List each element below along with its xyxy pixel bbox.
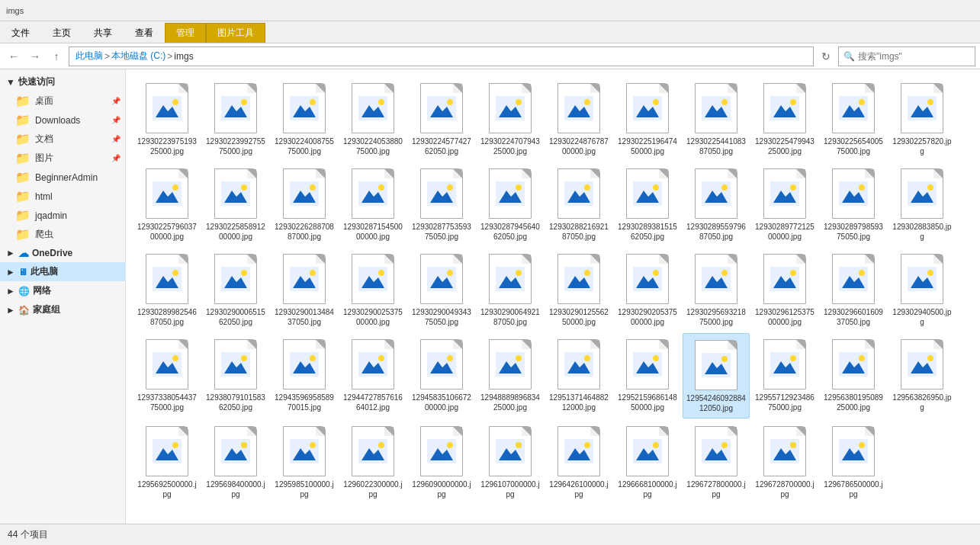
sidebar-item-pictures-label: 图片	[35, 152, 53, 165]
list-item[interactable]: 1293022457742762050.jpg	[408, 77, 475, 161]
refresh-button[interactable]: ↻	[817, 47, 835, 66]
list-item[interactable]: 1293022579603700000.jpg	[133, 162, 201, 246]
address-path[interactable]: 此电脑 > 本地磁盘 (C:) > imgs	[69, 46, 814, 66]
sidebar-item-jqadmin[interactable]: 📁 jqadmin	[0, 206, 125, 225]
list-item[interactable]: 1293028775359375050.jpg	[408, 162, 475, 246]
list-item[interactable]: 1296727800000.jpg	[683, 420, 750, 504]
list-item[interactable]: 1294359695858970015.jpg	[271, 333, 338, 418]
list-item[interactable]: 129563826950.jpg	[888, 333, 956, 418]
forward-button[interactable]: →	[26, 47, 44, 66]
up-button[interactable]: ↑	[47, 47, 66, 66]
tab-file[interactable]: 文件	[0, 23, 41, 43]
file-img-icon	[632, 93, 663, 123]
list-item[interactable]: 1295424609288412050.jpg	[683, 333, 750, 418]
tab-tools[interactable]: 图片工具	[206, 23, 265, 43]
list-item[interactable]: 1293028715450000000.jpg	[339, 162, 406, 246]
list-item[interactable]: 1296728700000.jpg	[751, 420, 818, 504]
list-item[interactable]: 1293022400875575000.jpg	[271, 77, 338, 161]
list-item[interactable]: 1293029660160937050.jpg	[820, 248, 887, 332]
list-item[interactable]: 1296107000000.jpg	[477, 420, 544, 504]
file-img-icon	[289, 178, 320, 209]
sidebar-item-crawler-label: 爬虫	[35, 228, 53, 241]
sidebar-item-downloads[interactable]: 📁 Downloads 📌	[0, 111, 125, 130]
sidebar-thispc-header[interactable]: ► 🖥 此电脑	[0, 262, 125, 281]
tab-manage[interactable]: 管理	[165, 23, 206, 43]
list-item[interactable]: 1293022487678700000.jpg	[545, 77, 612, 161]
list-item[interactable]: 1295985100000.jpg	[271, 420, 338, 504]
list-item[interactable]: 1294888989683425000.jpg	[477, 333, 544, 418]
file-icon-container	[623, 252, 672, 306]
breadcrumb-thispc[interactable]: 此电脑	[76, 50, 103, 63]
list-item[interactable]: 1294583510667200000.jpg	[408, 333, 475, 418]
sidebar-network-header[interactable]: ► 🌐 网络	[0, 281, 125, 300]
list-item[interactable]: 1293022628870887000.jpg	[271, 162, 338, 246]
file-page	[489, 83, 532, 133]
sidebar-item-html[interactable]: 📁 html	[0, 187, 125, 206]
sidebar-item-documents[interactable]: 📁 文档 📌	[0, 130, 125, 149]
mountain-icon	[839, 96, 868, 120]
file-name: 1293028794564062050.jpg	[480, 222, 541, 242]
list-item[interactable]: 1295137146488212000.jpg	[545, 333, 612, 418]
list-item[interactable]: 1294472785761664012.jpg	[339, 333, 406, 418]
list-item[interactable]: 1296786500000.jpg	[820, 420, 887, 504]
file-img-icon	[564, 436, 594, 466]
list-item[interactable]: 1293028821692187050.jpg	[545, 162, 612, 246]
list-item[interactable]: 1293807910158362050.jpg	[202, 333, 269, 418]
sidebar-item-beginneradmin[interactable]: 📁 BeginnerAdmin	[0, 168, 125, 187]
list-item[interactable]: 1295571292348675000.jpg	[751, 333, 818, 418]
list-item[interactable]: 1295638019508925000.jpg	[820, 333, 887, 418]
list-item[interactable]: 1293022565400575000.jpg	[820, 77, 887, 161]
back-button[interactable]: ←	[5, 47, 23, 66]
tab-view[interactable]: 查看	[124, 23, 165, 43]
list-item[interactable]: 129302883850.jpg	[888, 162, 956, 246]
list-item[interactable]: 1293022547994325000.jpg	[751, 77, 818, 161]
list-item[interactable]: 1293028955979687050.jpg	[683, 162, 750, 246]
list-item[interactable]: 1293029020537500000.jpg	[614, 248, 681, 332]
list-item[interactable]: 1293022405388075000.jpg	[339, 77, 406, 161]
list-item[interactable]: 1295692500000.jpg	[133, 420, 201, 504]
list-item[interactable]: 1293028977212500000.jpg	[751, 162, 818, 246]
list-item[interactable]: 1293029001348437050.jpg	[271, 248, 338, 332]
sidebar-quickaccess-header[interactable]: ▼ 快速访问	[0, 72, 125, 91]
list-item[interactable]: 1293022585891200000.jpg	[202, 162, 269, 246]
list-item[interactable]: 1293029004934375050.jpg	[408, 248, 475, 332]
list-item[interactable]: 1293029000651562050.jpg	[202, 248, 269, 332]
tab-share[interactable]: 共享	[82, 23, 124, 43]
sidebar-item-pictures[interactable]: 📁 图片 📌	[0, 149, 125, 168]
list-item[interactable]: 1293029012556250000.jpg	[545, 248, 612, 332]
sidebar-item-crawler[interactable]: 📁 爬虫	[0, 225, 125, 244]
list-item[interactable]: 1296022300000.jpg	[339, 420, 406, 504]
list-item[interactable]: 1293022544108387050.jpg	[683, 77, 750, 161]
list-item[interactable]: 1293028938151562050.jpg	[614, 162, 681, 246]
list-item[interactable]: 1296426100000.jpg	[545, 420, 612, 504]
list-item[interactable]: 1293029612537500000.jpg	[751, 248, 818, 332]
file-page	[626, 168, 669, 219]
list-item[interactable]: 1293022397519325000.jpg	[133, 77, 201, 161]
list-item[interactable]: 1293733805443775000.jpg	[133, 333, 201, 418]
sidebar-homegroup-header[interactable]: ► 🏠 家庭组	[0, 300, 125, 319]
list-item[interactable]: 1295698400000.jpg	[202, 420, 269, 504]
list-item[interactable]: 1293028979859375050.jpg	[820, 162, 887, 246]
list-item[interactable]: 1293028794564062050.jpg	[477, 162, 544, 246]
search-input[interactable]	[858, 51, 965, 62]
list-item[interactable]: 129302257820.jpg	[888, 77, 956, 161]
list-item[interactable]: 1295215968614850000.jpg	[614, 333, 681, 418]
search-box[interactable]: 🔍	[838, 46, 975, 66]
list-item[interactable]: 1293022519647450000.jpg	[614, 77, 681, 161]
file-icon-container	[143, 167, 191, 220]
mountain-icon	[564, 267, 593, 291]
sidebar-onedrive-header[interactable]: ► ☁ OneDrive	[0, 244, 125, 262]
svg-point-98	[721, 270, 728, 276]
list-item[interactable]: 1293022470794325000.jpg	[477, 77, 544, 161]
tab-home[interactable]: 主页	[41, 23, 82, 43]
sidebar-item-desktop[interactable]: 📁 桌面 📌	[0, 91, 125, 111]
list-item[interactable]: 1296090000000.jpg	[408, 420, 475, 504]
breadcrumb-drive[interactable]: 本地磁盘 (C:)	[111, 50, 165, 63]
list-item[interactable]: 129302940500.jpg	[888, 248, 956, 332]
list-item[interactable]: 1296668100000.jpg	[614, 420, 681, 504]
list-item[interactable]: 1293028998254687050.jpg	[133, 248, 201, 332]
list-item[interactable]: 1293029569321875000.jpg	[683, 248, 750, 332]
list-item[interactable]: 1293029006492187050.jpg	[477, 248, 544, 332]
list-item[interactable]: 1293022399275575000.jpg	[202, 77, 269, 161]
list-item[interactable]: 1293029002537500000.jpg	[339, 248, 406, 332]
